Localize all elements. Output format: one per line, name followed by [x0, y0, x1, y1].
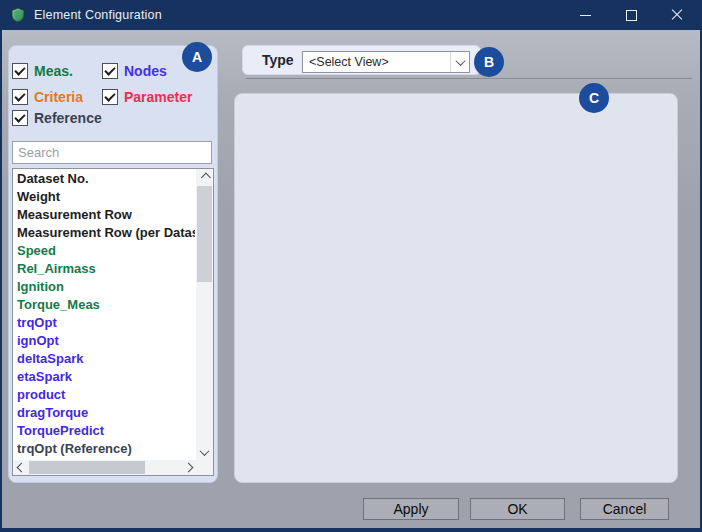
list-item[interactable]: Rel_Airmass [15, 260, 195, 278]
minimize-button[interactable] [569, 0, 601, 30]
list-item[interactable]: trqOpt (Reference) [15, 440, 195, 458]
list-item[interactable]: trqOpt [15, 314, 195, 332]
view-content-panel [234, 93, 678, 483]
filter-meas: Meas. [12, 63, 73, 79]
apply-button[interactable]: Apply [363, 498, 459, 520]
horizontal-scroll-thumb[interactable] [29, 461, 145, 474]
type-label: Type [262, 45, 294, 75]
filter-nodes: Nodes [102, 63, 167, 79]
horizontal-scrollbar[interactable] [13, 460, 196, 475]
list-item[interactable]: Weight [15, 188, 195, 206]
checkmark-icon [14, 90, 25, 101]
filter-label-reference: Reference [34, 110, 102, 126]
list-item[interactable]: product [15, 386, 195, 404]
list-item[interactable]: etaSpark [15, 368, 195, 386]
chevron-up-icon [201, 172, 211, 182]
filter-label-meas: Meas. [34, 63, 73, 79]
element-list: Dataset No. Weight Measurement Row Measu… [12, 168, 214, 476]
filter-reference: Reference [12, 110, 102, 126]
dropdown-button[interactable] [450, 52, 469, 72]
element-list-items: Dataset No. Weight Measurement Row Measu… [15, 170, 195, 458]
checkbox-nodes[interactable] [102, 63, 118, 79]
app-icon [10, 7, 26, 23]
titlebar[interactable]: Element Configuration [0, 0, 702, 30]
scrollbar-corner [196, 460, 213, 475]
close-button[interactable] [661, 0, 693, 30]
list-item[interactable]: TorquePredict [15, 422, 195, 440]
checkbox-criteria[interactable] [12, 89, 28, 105]
search-input[interactable] [12, 141, 212, 164]
chevron-left-icon [16, 463, 26, 473]
vertical-scroll-thumb[interactable] [197, 186, 212, 282]
vertical-scrollbar[interactable] [196, 169, 213, 460]
minimize-icon [580, 15, 591, 16]
filter-parameter: Parameter [102, 89, 193, 105]
annotation-badge-b: B [474, 47, 504, 77]
list-item[interactable]: dragTorque [15, 404, 195, 422]
header-divider [246, 78, 692, 79]
checkmark-icon [14, 64, 25, 75]
checkmark-icon [104, 90, 115, 101]
list-item[interactable]: deltaSpark [15, 350, 195, 368]
checkbox-parameter[interactable] [102, 89, 118, 105]
window-controls [569, 0, 693, 30]
list-item[interactable]: Measurement Row (per Dataset) [15, 224, 195, 242]
list-item[interactable]: Dataset No. [15, 170, 195, 188]
list-item[interactable]: Measurement Row [15, 206, 195, 224]
scroll-right-button[interactable] [180, 460, 196, 475]
maximize-button[interactable] [615, 0, 647, 30]
filter-label-criteria: Criteria [34, 89, 83, 105]
view-type-dropdown[interactable]: <Select View> [302, 51, 470, 73]
list-item[interactable]: Ignition [15, 278, 195, 296]
scroll-down-button[interactable] [196, 444, 213, 460]
scroll-up-button[interactable] [196, 169, 213, 185]
maximize-icon [626, 10, 637, 21]
list-item[interactable]: Speed [15, 242, 195, 260]
ok-button[interactable]: OK [470, 498, 565, 520]
dropdown-selected-value: <Select View> [309, 52, 389, 72]
annotation-badge-a: A [182, 42, 212, 72]
filter-criteria: Criteria [12, 89, 83, 105]
annotation-badge-c: C [579, 83, 609, 113]
chevron-right-icon [183, 463, 193, 473]
chevron-down-icon [200, 446, 210, 456]
element-configuration-dialog: Element Configuration Meas. Nodes Criter… [0, 0, 702, 532]
window-bottom-border [0, 528, 702, 532]
list-item[interactable]: ignOpt [15, 332, 195, 350]
checkmark-icon [14, 111, 25, 122]
cancel-button[interactable]: Cancel [580, 498, 669, 520]
checkbox-meas[interactable] [12, 63, 28, 79]
list-item[interactable]: Torque_Meas [15, 296, 195, 314]
close-icon [671, 9, 683, 21]
chevron-down-icon [455, 56, 465, 66]
checkmark-icon [104, 64, 115, 75]
scroll-left-button[interactable] [13, 460, 29, 475]
filter-label-parameter: Parameter [124, 89, 193, 105]
filter-label-nodes: Nodes [124, 63, 167, 79]
checkbox-reference[interactable] [12, 110, 28, 126]
window-title: Element Configuration [34, 0, 162, 30]
